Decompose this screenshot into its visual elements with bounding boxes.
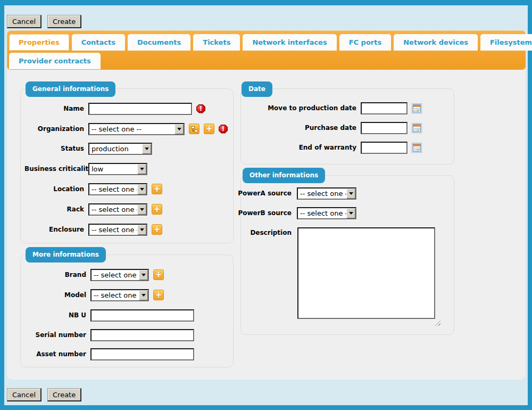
organization-select[interactable]: -- select one --: [88, 123, 185, 135]
brand-label: Brand: [24, 271, 86, 278]
cancel-button-top[interactable]: Cancel: [7, 15, 41, 28]
business-criticality-select[interactable]: low: [88, 163, 147, 175]
powerb-source-select[interactable]: -- select one --: [297, 207, 356, 219]
serial-number-input[interactable]: [90, 329, 194, 341]
organization-label: Organization: [24, 125, 84, 133]
status-label: Status: [24, 145, 84, 152]
purchase-date-input[interactable]: [361, 122, 408, 134]
tab-row-1: Properties Contacts Documents Tickets Ne…: [7, 30, 526, 51]
general-informations-legend: General informations: [26, 81, 115, 97]
serial-number-label: Serial number: [24, 331, 86, 339]
calendar-icon[interactable]: [412, 123, 422, 133]
status-select[interactable]: production: [88, 143, 152, 155]
description-label: Description: [234, 229, 292, 236]
nb-u-input[interactable]: [90, 309, 194, 322]
chevron-down-icon: [174, 124, 184, 134]
rack-add-button[interactable]: +: [152, 204, 162, 215]
chevron-down-icon: [346, 188, 355, 199]
chevron-down-icon: [137, 225, 146, 235]
powerb-source-label: PowerB source: [234, 209, 292, 217]
enclosure-label: Enclosure: [24, 226, 84, 233]
move-to-production-date-label: Move to production date: [244, 104, 356, 112]
mandatory-icon: !: [219, 125, 228, 134]
brand-add-button[interactable]: +: [153, 269, 164, 280]
asset-number-input[interactable]: [90, 348, 194, 360]
enclosure-add-button[interactable]: +: [152, 224, 162, 235]
chevron-down-icon: [137, 204, 146, 215]
cancel-button-bottom[interactable]: Cancel: [7, 388, 41, 401]
rack-select[interactable]: -- select one --: [88, 203, 147, 216]
date-legend: Date: [242, 81, 272, 97]
chevron-down-icon: [139, 290, 148, 300]
tab-fc-ports[interactable]: FC ports: [339, 34, 392, 51]
model-select[interactable]: -- select one --: [90, 289, 149, 301]
tab-documents[interactable]: Documents: [128, 34, 190, 51]
end-of-warranty-label: End of warranty: [244, 144, 356, 151]
description-textarea[interactable]: [297, 227, 435, 319]
tab-network-devices[interactable]: Network devices: [394, 34, 478, 51]
name-label: Name: [24, 105, 84, 112]
tab-contacts[interactable]: Contacts: [72, 34, 125, 51]
chevron-down-icon: [137, 184, 146, 194]
nb-u-label: NB U: [24, 311, 86, 319]
asset-number-label: Asset number: [24, 350, 86, 358]
app-frame: Cancel Create Properties Contacts Docume…: [0, 0, 532, 410]
mandatory-icon: !: [196, 104, 205, 113]
calendar-icon[interactable]: [412, 143, 422, 153]
tab-tickets[interactable]: Tickets: [193, 34, 240, 51]
brand-select[interactable]: -- select one --: [90, 269, 149, 281]
model-add-button[interactable]: +: [153, 290, 164, 300]
chevron-down-icon: [346, 208, 355, 218]
chevron-down-icon: [137, 164, 146, 174]
model-label: Model: [24, 291, 86, 299]
calendar-icon[interactable]: [412, 103, 422, 113]
business-criticality-label: Business criticality: [24, 165, 84, 173]
chevron-down-icon: [139, 270, 148, 280]
tab-row-2: Provider contracts: [7, 51, 526, 69]
more-informations-legend: More informations: [26, 247, 106, 263]
location-add-button[interactable]: +: [152, 184, 162, 194]
organization-add-button[interactable]: +: [204, 124, 214, 134]
location-label: Location: [24, 185, 84, 193]
other-informations-legend: Other informations: [243, 168, 325, 183]
hierarchy-icon: [191, 126, 198, 133]
tab-filesystems[interactable]: Filesystems: [480, 34, 532, 51]
organization-hierarchy-button[interactable]: [189, 124, 200, 134]
create-button-bottom[interactable]: Create: [47, 388, 81, 401]
create-button-top[interactable]: Create: [47, 15, 81, 28]
location-select[interactable]: -- select one --: [88, 183, 147, 195]
purchase-date-label: Purchase date: [244, 124, 356, 132]
powera-source-select[interactable]: -- select one --: [297, 187, 356, 200]
rack-label: Rack: [24, 206, 84, 213]
powera-source-label: PowerA source: [234, 190, 292, 197]
chevron-down-icon: [142, 144, 151, 154]
enclosure-select[interactable]: -- select one --: [88, 224, 147, 236]
tab-properties[interactable]: Properties: [9, 34, 69, 51]
tab-bar: Properties Contacts Documents Tickets Ne…: [7, 30, 526, 70]
tab-provider-contracts[interactable]: Provider contracts: [9, 53, 101, 69]
move-to-production-date-input[interactable]: [361, 102, 408, 114]
tab-network-interfaces[interactable]: Network interfaces: [243, 34, 336, 51]
end-of-warranty-input[interactable]: [361, 142, 408, 154]
name-input[interactable]: [88, 103, 192, 115]
